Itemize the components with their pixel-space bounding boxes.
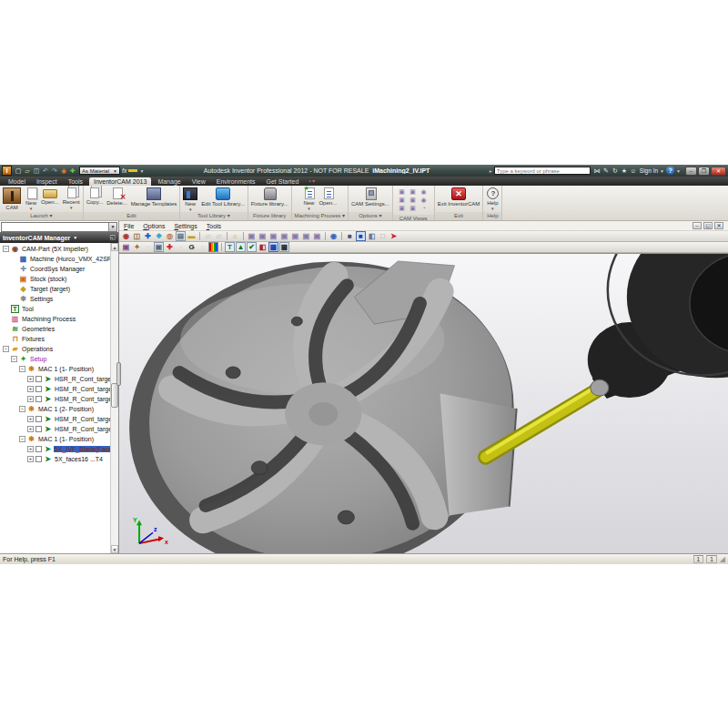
tree-item-hsr-r-cont-target-t1[interactable]: +➤HSR_R_Cont_target ...T1	[0, 374, 110, 384]
ribbon-group-label[interactable]: CAM Views	[393, 215, 434, 221]
tree-item-target-target[interactable]: ◆Target (target)	[0, 284, 110, 294]
ribbon-button-cam[interactable]: CAM	[2, 187, 22, 211]
gcode-view-icon[interactable]: G	[187, 242, 197, 252]
qat-overflow-icon[interactable]: ▼	[139, 168, 144, 174]
scroll-up-icon[interactable]: ▲	[111, 243, 118, 251]
resize-grip-icon[interactable]: ◢	[720, 555, 725, 563]
cam-view-icon-7[interactable]: ▣	[398, 205, 407, 212]
tree-item-5x-faces16-t4[interactable]: +➤5X_faces16 ...T4	[0, 454, 110, 464]
view-orientation-4-icon[interactable]: ▣	[279, 231, 289, 241]
isometric-view-icon[interactable]: ◉	[329, 231, 339, 241]
help-icon[interactable]: ?	[666, 167, 674, 175]
expand-icon[interactable]: +	[27, 426, 34, 432]
ribbon-button-edit-tool-library[interactable]: Edit Tool Library...	[200, 187, 245, 207]
doc-close-button[interactable]: ✕	[714, 222, 723, 229]
ribbon-button-open[interactable]: Open...	[40, 187, 60, 206]
tab-manage[interactable]: Manage	[153, 177, 185, 186]
tree-item-tool[interactable]: TTool	[0, 304, 110, 314]
expand-icon[interactable]: +	[27, 376, 34, 382]
sign-in-button[interactable]: Sign In	[640, 167, 658, 174]
cam-view-icon-4[interactable]: ▣	[398, 197, 407, 204]
tree-item-hsm-r-cont-target-t3-1-t3[interactable]: +➤HSM_R_Cont_target_T3_1 ...T3	[0, 424, 110, 434]
tree-item-mac-1-1-position[interactable]: −❋MAC 1 (1- Position)	[0, 364, 110, 374]
ribbon-button-new[interactable]: New▾	[182, 187, 198, 211]
slider-icon[interactable]	[128, 169, 137, 172]
ribbon-button-help[interactable]: Help▾	[485, 187, 500, 210]
return-icon[interactable]: ✚	[68, 166, 77, 176]
cam-view-icon-8[interactable]: ▣	[409, 205, 418, 212]
ribbon-group-label[interactable]: Machining Process ▾	[292, 212, 348, 220]
single-step-mode-icon[interactable]: ▣	[154, 242, 164, 252]
collapse-icon[interactable]: −	[3, 246, 9, 252]
exit-view-icon[interactable]: ➤	[389, 231, 399, 241]
collapse-icon[interactable]: −	[3, 346, 9, 352]
ribbon-group-label[interactable]: Launch ▾	[0, 212, 83, 220]
cam-view-icon-5[interactable]: ▣	[409, 197, 418, 204]
undo-icon[interactable]: ↶	[41, 166, 50, 176]
material-combo[interactable]: As Material ▼	[79, 167, 120, 175]
select-mode-icon[interactable]: ▤	[176, 231, 186, 241]
cam-view-icon-9[interactable]: ◔	[420, 205, 429, 212]
pan-icon[interactable]: ✚	[143, 231, 153, 241]
scrollbar-thumb[interactable]	[111, 383, 118, 408]
show-stock-icon[interactable]: ◧	[258, 242, 268, 252]
tab-get-started[interactable]: Get Started	[262, 177, 304, 186]
tab-model[interactable]: Model	[4, 177, 30, 186]
transparent-display-icon[interactable]: □	[378, 231, 388, 241]
operation-checkbox[interactable]	[35, 376, 42, 382]
menu-settings[interactable]: Settings	[174, 223, 197, 229]
machine-simulation-icon[interactable]: ▣	[121, 242, 131, 252]
show-holder-icon[interactable]: ▲	[236, 242, 246, 252]
ribbon-button-fixture-library[interactable]: Fixture library...	[250, 187, 289, 207]
doc-restore-button[interactable]: ◱	[703, 222, 713, 229]
redo-icon[interactable]: ↷	[50, 166, 59, 176]
expand-icon[interactable]: +	[27, 456, 34, 462]
tab-overflow-icon[interactable]: ▪ ▾	[308, 177, 315, 186]
view-orientation-6-icon[interactable]: ▣	[301, 231, 311, 241]
tool-path-rewind-icon[interactable]: ✦	[132, 242, 142, 252]
machine-housing-icon[interactable]: ▦	[268, 242, 278, 252]
tab-inventorcam-2013[interactable]: InventorCAM 2013	[89, 177, 151, 186]
dynamic-rotate-icon[interactable]: ❖	[154, 231, 164, 241]
operation-checkbox[interactable]	[35, 456, 42, 462]
open-file-icon[interactable]: ▱	[23, 166, 32, 176]
tree-item-stock-stock[interactable]: ▣Stock (stock)	[0, 274, 110, 284]
tree-item-hsm-r-cont-target-t3-t3[interactable]: +➤HSM_R_Cont_target_T3 ...T3	[0, 414, 110, 424]
ribbon-button-new[interactable]: New▾	[301, 187, 316, 210]
stop-simulation-icon[interactable]: ✚	[165, 242, 175, 252]
inventor-logo-icon[interactable]: I	[2, 166, 12, 176]
tree-item-machine-hurco-vmx-42sr-5x[interactable]: ▦Machine (Hurco_VMX_42SR_5X)	[0, 254, 110, 264]
collapse-icon[interactable]: −	[11, 356, 17, 362]
view-orientation-5-icon[interactable]: ▣	[290, 231, 300, 241]
ribbon-group-label[interactable]: Tool Library ▾	[180, 212, 247, 220]
operation-checkbox[interactable]	[35, 386, 42, 392]
community-icon[interactable]: ↻	[611, 167, 620, 175]
tab-tools[interactable]: Tools	[64, 177, 87, 186]
operation-checkbox[interactable]	[35, 446, 42, 452]
help-caret-icon[interactable]: ▼	[676, 168, 681, 174]
browser-filter-combo[interactable]: ▼	[1, 222, 117, 232]
expand-icon[interactable]: +	[27, 396, 34, 402]
collapse-icon[interactable]: −	[19, 436, 25, 442]
cam-view-icon-6[interactable]: ◉	[420, 197, 429, 204]
menu-options[interactable]: Options	[143, 223, 165, 229]
tree-scrollbar[interactable]: ▲ ▼	[110, 243, 118, 553]
expand-icon[interactable]: +	[27, 446, 34, 452]
ribbon-group-label[interactable]: Help	[483, 212, 501, 220]
ribbon-button-open[interactable]: Open...	[318, 187, 338, 207]
ribbon-group-label[interactable]: Edit	[84, 212, 180, 220]
operation-checkbox[interactable]	[35, 416, 42, 422]
show-hide-elements-icon[interactable]: ☼	[230, 231, 240, 241]
ribbon-button-manage-templates[interactable]: Manage Templates	[130, 187, 178, 207]
show-tool-icon[interactable]: T	[225, 242, 235, 252]
tab-environments[interactable]: Environments	[212, 177, 260, 186]
ribbon-group-label[interactable]: Options ▾	[349, 212, 392, 220]
color-legend-icon[interactable]	[208, 242, 218, 252]
ribbon-button-new[interactable]: New▾	[24, 187, 38, 210]
tree-item-setup[interactable]: −✦Setup	[0, 354, 110, 364]
update-icon[interactable]: ◉	[59, 166, 68, 176]
hidden-edges-display-icon[interactable]: ◧	[367, 231, 377, 241]
ribbon-group-label[interactable]: Exit	[435, 212, 483, 220]
dock-icon[interactable]: ◱	[109, 234, 116, 241]
ribbon-button-cam-settings[interactable]: CAM Settings...	[350, 187, 390, 207]
